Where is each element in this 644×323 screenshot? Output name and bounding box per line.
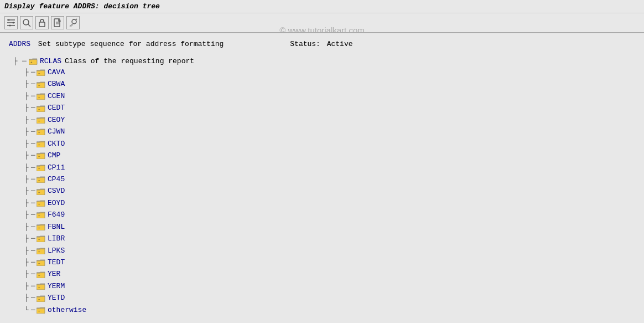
node-code[interactable]: F649 — [48, 209, 65, 221]
tree-line-char: ─ — [31, 280, 37, 292]
node-code[interactable]: CP11 — [48, 162, 65, 173]
svg-line-10 — [76, 19, 77, 20]
node-code[interactable]: CEDT — [48, 102, 65, 114]
tree-line-char: ─ — [31, 102, 37, 114]
list-item: ├ ─ + F649 — [24, 209, 635, 221]
tree-line-char: ─ — [31, 221, 37, 233]
folder-icon: + — [37, 306, 46, 314]
rclas-code[interactable]: RCLAS — [40, 57, 61, 65]
node-code[interactable]: CKTO — [48, 138, 65, 150]
tree-branch-char: ├ — [24, 78, 31, 90]
list-item: ├ ─ + CJWN — [24, 126, 635, 137]
node-code[interactable]: CBWA — [48, 78, 65, 90]
node-code[interactable]: LIBR — [48, 233, 65, 244]
node-code[interactable]: EOYD — [48, 197, 65, 209]
list-item: ├ ─ + CEOY — [24, 114, 635, 126]
tree-line-char: ─ — [31, 245, 37, 257]
tree-line-char: ─ — [31, 78, 37, 90]
tree-line-char: ─ — [31, 173, 37, 185]
folder-icon: + — [37, 152, 46, 159]
tree-line-char: ─ — [31, 233, 37, 244]
svg-rect-5 — [39, 22, 45, 27]
svg-text:+: + — [38, 250, 40, 253]
node-code[interactable]: YER — [48, 268, 60, 280]
folder-icon: + — [37, 271, 46, 278]
list-item: ├ ─ + YERM — [24, 280, 635, 292]
folder-icon: + — [37, 176, 46, 183]
tree-branch-char: ├ — [24, 280, 31, 292]
tree-branch-char: ├ — [24, 173, 31, 185]
svg-text:+: + — [38, 202, 40, 206]
tree-branch-char: ├ — [24, 150, 31, 161]
list-item: ├ ─ + CAVA — [24, 66, 635, 78]
tree-branch-char: ├ — [24, 209, 31, 221]
folder-icon: + — [37, 223, 46, 230]
node-code[interactable]: CAVA — [48, 66, 65, 78]
list-item: ├ ─ + FBNL — [24, 221, 635, 233]
settings-icon-btn[interactable] — [4, 16, 18, 29]
svg-text:+: + — [38, 107, 40, 111]
tree-branch-char: ├ — [24, 257, 31, 268]
node-code[interactable]: CEOY — [48, 114, 65, 126]
node-code[interactable]: YETD — [48, 292, 65, 304]
lock-icon-btn[interactable] — [35, 16, 49, 29]
tree-container: ├ ─ + RCLAS Class of the requesting repo… — [13, 57, 635, 316]
tree-branch-char: ├ — [24, 90, 31, 102]
tree-line-char: ─ — [31, 66, 37, 78]
tree-line-char: ─ — [31, 209, 37, 221]
svg-text:+: + — [38, 285, 40, 289]
node-code[interactable]: CMP — [48, 150, 60, 161]
folder-icon: + — [37, 140, 46, 147]
tree-branch-char: ├ — [24, 221, 31, 233]
list-item: ├ ─ + CSVD — [24, 185, 635, 197]
list-item: ├ ─ + CEDT — [24, 102, 635, 114]
svg-text:+: + — [38, 143, 40, 146]
tree-branch-char: ├ — [24, 162, 31, 173]
svg-text:+: + — [38, 84, 40, 87]
svg-point-2 — [9, 25, 11, 27]
list-item: ├ ─ + CMP — [24, 150, 635, 161]
list-item: └ ─ + otherwise — [24, 304, 635, 316]
header-addrs: ADDRS Set subtype sequence for address f… — [9, 40, 224, 48]
node-code[interactable]: CSVD — [48, 185, 65, 197]
svg-point-3 — [23, 19, 29, 25]
svg-text:+: + — [38, 95, 40, 99]
svg-text:+: + — [38, 309, 40, 312]
svg-text:+: + — [38, 274, 40, 277]
node-code[interactable]: FBNL — [48, 221, 65, 233]
rclas-row: ├ ─ + RCLAS Class of the requesting repo… — [13, 57, 635, 65]
node-code[interactable]: CCEN — [48, 90, 65, 102]
header-line: ADDRS Set subtype sequence for address f… — [9, 40, 635, 48]
node-code[interactable]: CJWN — [48, 126, 65, 137]
folder-icon: + — [37, 164, 46, 171]
list-item: ├ ─ + CP45 — [24, 173, 635, 185]
tree-branch-char: ├ — [24, 138, 31, 150]
node-code[interactable]: TEDT — [48, 257, 65, 268]
node-code[interactable]: otherwise — [48, 304, 86, 316]
tree-branch-char: └ — [24, 304, 31, 316]
main-content: ADDRS Set subtype sequence for address f… — [0, 33, 644, 316]
svg-text:+: + — [38, 131, 40, 134]
svg-point-0 — [8, 19, 10, 21]
node-code[interactable]: YERM — [48, 280, 65, 292]
page-title: Display feature ADDRS: decision tree — [4, 2, 160, 11]
list-item: ├ ─ + LPKS — [24, 245, 635, 257]
folder-icon: + — [37, 235, 46, 242]
folder-icon: + — [37, 81, 46, 88]
svg-line-4 — [28, 24, 30, 27]
tree-branch-char: ├ — [24, 114, 31, 126]
status-text: Status: Active — [290, 40, 352, 48]
node-code[interactable]: CP45 — [48, 173, 65, 185]
svg-text:+: + — [38, 155, 40, 158]
document-icon-btn[interactable] — [51, 16, 64, 29]
list-item: ├ ─ + CCEN — [24, 90, 635, 102]
list-item: ├ ─ + CP11 — [24, 162, 635, 173]
search-icon-btn[interactable] — [20, 16, 33, 29]
tools-icon-btn[interactable] — [66, 16, 80, 29]
node-code[interactable]: LPKS — [48, 245, 65, 257]
rclas-desc: Class of the requesting report — [65, 57, 194, 65]
list-item: ├ ─ + TEDT — [24, 257, 635, 268]
tree-branch-char: ├ — [24, 292, 31, 304]
folder-icon: + — [37, 93, 46, 100]
tree-branch-char: ├ — [24, 245, 31, 257]
